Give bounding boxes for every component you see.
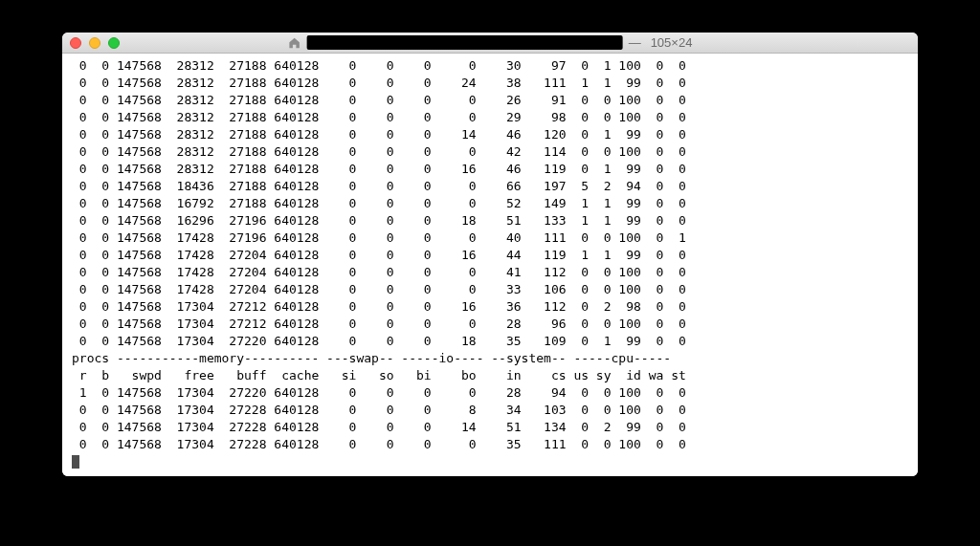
traffic-lights [70,37,120,49]
minimize-button[interactable] [89,37,100,49]
title-center: — 105×24 [288,35,693,50]
close-button[interactable] [70,37,81,49]
titlebar[interactable]: — 105×24 [62,33,918,54]
window-dimensions: 105×24 [651,35,693,50]
zoom-button[interactable] [108,37,120,49]
terminal-window: — 105×24 0 0 147568 28312 27188 640128 0… [62,33,918,476]
terminal-body[interactable]: 0 0 147568 28312 27188 640128 0 0 0 0 30… [62,54,918,476]
vmstat-output: 0 0 147568 28312 27188 640128 0 0 0 0 30… [72,58,686,451]
home-icon [288,36,301,50]
dash-sep: — [629,35,641,50]
cursor [72,455,79,469]
title-path-redacted [307,35,623,50]
